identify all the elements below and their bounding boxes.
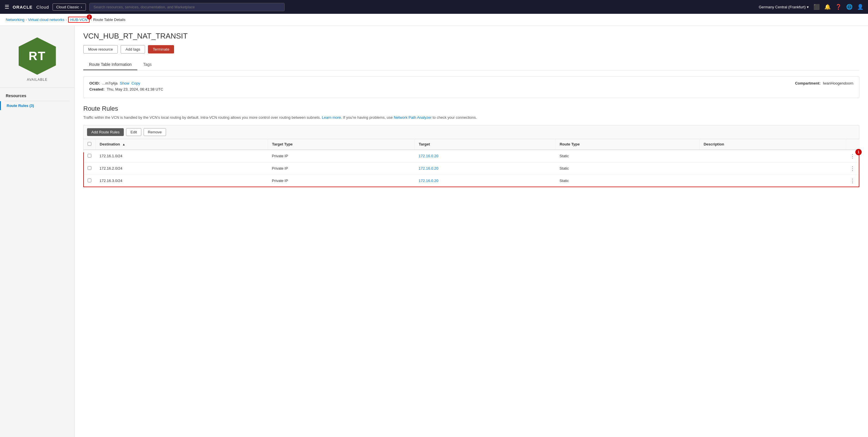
tab-tags[interactable]: Tags [137, 59, 157, 70]
select-all-checkbox[interactable] [88, 142, 91, 146]
row-target-2: 172.16.0.20 [415, 175, 556, 187]
edit-button[interactable]: Edit [126, 128, 141, 136]
resource-icon-container: RT AVAILABLE [0, 32, 74, 85]
learn-more-link[interactable]: Learn more. [322, 115, 342, 120]
page-title: VCN_HUB_RT_NAT_TRANSIT [83, 32, 859, 40]
target-type-header: Target Type [268, 139, 415, 150]
row-checkbox-cell-1 [84, 162, 96, 175]
sidebar-route-rules-label: Route Rules (3) [7, 104, 34, 108]
cloud-classic-button[interactable]: Cloud Classic › [53, 3, 86, 11]
resources-title: Resources [0, 87, 74, 101]
ocid-row: OCID: ...m7q4ja Show Copy Compartment: I… [89, 81, 854, 85]
main-content: VCN_HUB_RT_NAT_TRANSIT Move resource Add… [75, 26, 868, 437]
move-resource-button[interactable]: Move resource [83, 45, 118, 54]
remove-button[interactable]: Remove [144, 128, 166, 136]
breadcrumb-vcn[interactable]: Virtual cloud networks [28, 18, 64, 22]
top-navigation: ☰ ORACLE Cloud Cloud Classic › Germany C… [0, 0, 868, 14]
route-table-wrapper: Destination ▲ Target Type Target Route T… [83, 139, 859, 187]
row-checkbox-1[interactable] [88, 166, 91, 170]
row-checkbox-cell-2 [84, 175, 96, 187]
row-actions-1: ⋮ [846, 162, 859, 175]
user-avatar[interactable]: 👤 [857, 4, 863, 10]
route-type-header: Route Type [556, 139, 700, 150]
sidebar: RT AVAILABLE Resources Route Rules (3) [0, 26, 75, 437]
bell-icon[interactable]: 🔔 [824, 4, 831, 10]
row-description-2 [700, 175, 846, 187]
destination-header[interactable]: Destination ▲ [96, 139, 268, 150]
add-route-rules-button[interactable]: Add Route Rules [87, 128, 124, 136]
help-icon[interactable]: ❓ [835, 4, 842, 10]
row-target-link-0[interactable]: 172.16.0.20 [419, 154, 439, 158]
cloud-classic-arrow-icon: › [81, 5, 82, 9]
cloud-classic-label: Cloud Classic [56, 5, 79, 9]
globe-icon[interactable]: 🌐 [846, 4, 852, 10]
breadcrumb-sep-1: › [26, 18, 27, 22]
route-rules-table: Destination ▲ Target Type Target Route T… [83, 139, 859, 187]
route-rules-description: Traffic within the VCN is handled by the… [83, 115, 859, 120]
action-buttons: Move resource Add tags Terminate [83, 45, 859, 54]
main-layout: RT AVAILABLE Resources Route Rules (3) V… [0, 26, 868, 437]
sort-arrow-icon: ▲ [122, 143, 125, 146]
region-selector[interactable]: Germany Central (Frankfurt) ▾ [759, 5, 809, 9]
search-input[interactable] [89, 3, 285, 11]
description-header: Description [700, 139, 846, 150]
table-row: 172.16.2.0/24 Private IP 172.16.0.20 Sta… [84, 162, 859, 175]
row-actions-0: ⋮ [846, 150, 859, 163]
row-checkbox-cell-0 [84, 150, 96, 163]
row-actions-menu-0[interactable]: ⋮ [850, 153, 855, 159]
tabs: Route Table Information Tags [83, 59, 859, 70]
row-target-link-2[interactable]: 172.16.0.20 [419, 178, 439, 183]
sidebar-item-route-rules[interactable]: Route Rules (3) [0, 101, 74, 110]
region-dropdown-icon: ▾ [807, 5, 809, 9]
select-all-header [84, 139, 96, 150]
ocid-value: ...m7q4ja [102, 81, 118, 85]
nav-right: Germany Central (Frankfurt) ▾ ⬛ 🔔 ❓ 🌐 👤 [759, 4, 863, 10]
ocid-copy-link[interactable]: Copy [131, 81, 140, 85]
hamburger-menu[interactable]: ☰ [5, 4, 9, 10]
row-route-type-1: Static [556, 162, 700, 175]
hub-vcn-badge: 2 [87, 14, 92, 20]
info-panel: OCID: ...m7q4ja Show Copy Compartment: I… [83, 76, 859, 98]
region-label: Germany Central (Frankfurt) [759, 5, 806, 9]
row-destination-1: 172.16.2.0/24 [96, 162, 268, 175]
add-tags-button[interactable]: Add tags [121, 45, 145, 54]
row-destination-0: 172.16.1.0/24 [96, 150, 268, 163]
created-value: Thu, May 23, 2024, 06:41:38 UTC [107, 87, 163, 91]
row-route-type-2: Static [556, 175, 700, 187]
row-destination-2: 172.16.3.0/24 [96, 175, 268, 187]
row-target-type-1: Private IP [268, 162, 415, 175]
status-badge: AVAILABLE [27, 78, 48, 82]
compartment-value: IwanHoogendoorn [823, 81, 854, 85]
row-target-type-2: Private IP [268, 175, 415, 187]
ocid-show-link[interactable]: Show [120, 81, 129, 85]
row-target-0: 172.16.0.20 [415, 150, 556, 163]
terminate-button[interactable]: Terminate [148, 45, 174, 54]
monitor-icon[interactable]: ⬛ [813, 4, 820, 10]
target-header: Target [415, 139, 556, 150]
row-checkbox-0[interactable] [88, 154, 91, 157]
row-description-0 [700, 150, 846, 163]
row-actions-2: ⋮ [846, 175, 859, 187]
breadcrumb-hub-vcn[interactable]: HUB-VCN 2 [68, 17, 90, 23]
ocid-label: OCID: [89, 81, 100, 85]
table-row: 172.16.3.0/24 Private IP 172.16.0.20 Sta… [84, 175, 859, 187]
actions-header [846, 139, 859, 150]
row-actions-menu-1[interactable]: ⋮ [850, 166, 855, 171]
route-rules-title: Route Rules [83, 105, 859, 112]
resource-hexagon: RT [19, 37, 56, 75]
breadcrumb: Networking › Virtual cloud networks › HU… [0, 14, 868, 26]
compartment-label: Compartment: [795, 81, 820, 85]
breadcrumb-sep-2: › [65, 18, 67, 22]
created-label: Created: [89, 87, 104, 91]
row-target-1: 172.16.0.20 [415, 162, 556, 175]
row-description-1 [700, 162, 846, 175]
oracle-logo: ORACLE Cloud [13, 5, 49, 9]
row-target-link-1[interactable]: 172.16.0.20 [419, 166, 439, 171]
row-checkbox-2[interactable] [88, 178, 91, 182]
network-path-analyzer-link[interactable]: Network Path Analyzer [394, 115, 432, 120]
tab-route-table-information[interactable]: Route Table Information [83, 59, 137, 70]
row-target-type-0: Private IP [268, 150, 415, 163]
row-actions-menu-2[interactable]: ⋮ [850, 178, 855, 184]
breadcrumb-networking[interactable]: Networking [6, 18, 24, 22]
breadcrumb-current: Route Table Details [93, 18, 126, 22]
